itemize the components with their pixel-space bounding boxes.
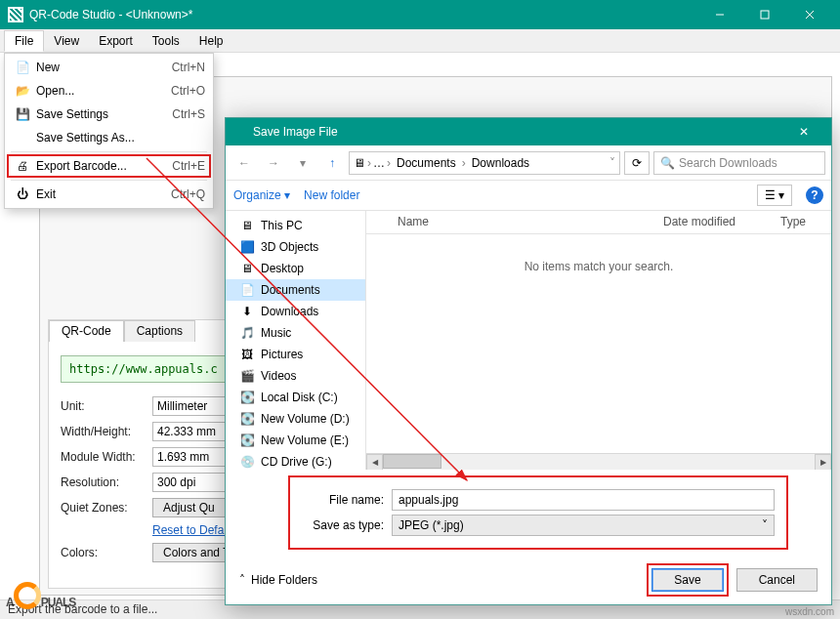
chevron-down-icon[interactable]: ˅ xyxy=(609,156,615,170)
chevron-down-icon: ˅ xyxy=(762,518,768,532)
module-width-input[interactable] xyxy=(152,447,235,467)
dialog-footer: ˄ Hide Folders Save Cancel xyxy=(226,556,831,604)
tree-node-ldc[interactable]: 💽Local Disk (C:) xyxy=(226,387,365,408)
tab-captions[interactable]: Captions xyxy=(124,320,195,342)
qr-data-input[interactable] xyxy=(61,355,227,383)
menu-tools[interactable]: Tools xyxy=(143,31,189,51)
search-placeholder: Search Downloads xyxy=(679,156,777,170)
3d-icon: 🟦 xyxy=(239,239,255,255)
width-height-label: Width/Height: xyxy=(61,425,148,438)
width-height-input[interactable] xyxy=(152,422,235,441)
horizontal-scrollbar[interactable]: ◀ ▶ xyxy=(366,453,831,470)
quiet-zones-label: Quiet Zones: xyxy=(61,501,148,515)
thispc-icon: 🖥 xyxy=(239,218,255,233)
documents-icon: 📄 xyxy=(239,282,255,298)
module-width-label: Module Width: xyxy=(61,450,148,464)
window-titlebar: QR-Code Studio - <Unknown>* xyxy=(0,0,840,29)
desktop-icon: 🖥 xyxy=(239,261,255,276)
crumb-documents[interactable]: Documents xyxy=(393,154,460,172)
breadcrumb[interactable]: 🖥 › … › Documents › Downloads ˅ xyxy=(349,151,620,175)
nav-up-button[interactable]: ↑ xyxy=(319,150,345,176)
window-title: QR-Code Studio - <Unknown>* xyxy=(29,8,697,21)
tree-node-thispc[interactable]: 🖥This PC xyxy=(226,215,365,236)
export-icon: 🖨 xyxy=(13,159,32,173)
menu-export[interactable]: Export xyxy=(89,31,143,51)
nvd-icon: 💽 xyxy=(239,411,255,427)
save-button[interactable]: Save xyxy=(651,568,723,592)
colors-label: Colors: xyxy=(61,546,148,559)
menu-item-exit[interactable]: ⏻ Exit Ctrl+Q xyxy=(7,183,211,206)
close-button[interactable] xyxy=(787,0,832,29)
nav-forward-button[interactable]: → xyxy=(261,150,286,176)
col-name[interactable]: Name xyxy=(390,211,655,233)
tree-node-videos[interactable]: 🎬Videos xyxy=(226,365,365,387)
col-date[interactable]: Date modified xyxy=(655,211,773,233)
file-name-label: File name: xyxy=(302,493,384,507)
scroll-thumb[interactable] xyxy=(383,454,441,469)
tree-node-downloads[interactable]: ⬇Downloads xyxy=(226,301,365,322)
save-image-dialog: Save Image File ✕ ← → ▾ ↑ 🖥 › … › Docume… xyxy=(225,117,832,605)
filename-block: File name: Save as type: JPEG (*.jpg) ˅ xyxy=(288,475,788,550)
save-icon: 💾 xyxy=(13,107,32,121)
view-options-button[interactable]: ☰ ▾ xyxy=(757,185,792,206)
ldc-icon: 💽 xyxy=(239,390,255,405)
dialog-close-button[interactable]: ✕ xyxy=(784,125,823,139)
scroll-left-arrow[interactable]: ◀ xyxy=(366,454,383,471)
tree-node-pictures[interactable]: 🖼Pictures xyxy=(226,344,365,365)
pictures-icon: 🖼 xyxy=(239,347,255,362)
file-name-input[interactable] xyxy=(392,489,775,511)
downloads-icon: ⬇ xyxy=(239,304,255,319)
menu-item-save-settings[interactable]: 💾 Save Settings Ctrl+S xyxy=(7,103,211,126)
new-folder-button[interactable]: New folder xyxy=(304,188,359,202)
chevron-right-icon: › xyxy=(367,156,371,170)
nav-back-button[interactable]: ← xyxy=(231,150,257,176)
pc-icon: 🖥 xyxy=(354,156,365,170)
tab-qrcode[interactable]: QR-Code xyxy=(49,320,124,342)
dialog-toolbar: Organize ▾ New folder ☰ ▾ ? xyxy=(226,181,831,210)
ellipsis-icon: … xyxy=(373,156,385,170)
maximize-button[interactable] xyxy=(742,0,787,29)
tree-node-cdg[interactable]: 💿CD Drive (G:) xyxy=(226,451,365,470)
tree-node-3d[interactable]: 🟦3D Objects xyxy=(226,236,365,258)
menu-item-save-settings-as[interactable]: Save Settings As... xyxy=(7,126,211,149)
menu-item-new[interactable]: 📄 New Ctrl+N xyxy=(7,56,211,79)
tree-node-nvd[interactable]: 💽New Volume (D:) xyxy=(226,408,365,430)
minimize-button[interactable] xyxy=(697,0,742,29)
menu-separator xyxy=(11,180,207,181)
tree-node-desktop[interactable]: 🖥Desktop xyxy=(226,258,365,279)
crumb-downloads[interactable]: Downloads xyxy=(468,154,533,172)
chevron-right-icon: › xyxy=(462,156,466,170)
cancel-button[interactable]: Cancel xyxy=(736,568,818,592)
save-as-type-select[interactable]: JPEG (*.jpg) ˅ xyxy=(392,515,775,536)
watermark-logo: APUALS xyxy=(6,574,75,615)
tree-node-music[interactable]: 🎵Music xyxy=(226,322,365,344)
menu-file[interactable]: File xyxy=(4,30,44,52)
menu-item-export-barcode[interactable]: 🖨 Export Barcode... Ctrl+E xyxy=(7,154,211,178)
videos-icon: 🎬 xyxy=(239,368,255,384)
svg-rect-1 xyxy=(761,11,769,19)
dialog-title: Save Image File xyxy=(253,125,784,139)
hide-folders-toggle[interactable]: ˄ Hide Folders xyxy=(239,573,639,587)
nav-recent-button[interactable]: ▾ xyxy=(290,150,315,176)
menu-help[interactable]: Help xyxy=(189,31,233,51)
chevron-right-icon: › xyxy=(387,156,391,170)
tree-node-documents[interactable]: 📄Documents xyxy=(226,279,365,301)
refresh-button[interactable]: ⟳ xyxy=(624,151,650,175)
help-button[interactable]: ? xyxy=(806,186,823,204)
col-type[interactable]: Type xyxy=(773,211,831,233)
folder-tree[interactable]: 🖥This PC🟦3D Objects🖥Desktop📄Documents⬇Do… xyxy=(226,211,366,470)
menu-item-open[interactable]: 📂 Open... Ctrl+O xyxy=(7,79,211,103)
search-input[interactable]: 🔍 Search Downloads xyxy=(653,151,825,175)
adjust-quiet-zones-button[interactable]: Adjust Qu xyxy=(152,498,226,517)
organize-menu[interactable]: Organize ▾ xyxy=(233,188,290,202)
nve-icon: 💽 xyxy=(239,433,255,448)
dialog-titlebar: Save Image File ✕ xyxy=(226,118,831,145)
search-icon: 🔍 xyxy=(660,156,675,170)
scroll-right-arrow[interactable]: ▶ xyxy=(815,454,831,471)
open-icon: 📂 xyxy=(13,84,32,98)
app-icon xyxy=(8,7,23,22)
empty-message: No items match your search. xyxy=(366,234,831,453)
tree-node-nve[interactable]: 💽New Volume (E:) xyxy=(226,430,365,451)
menu-view[interactable]: View xyxy=(44,31,89,51)
cdg-icon: 💿 xyxy=(239,454,255,470)
